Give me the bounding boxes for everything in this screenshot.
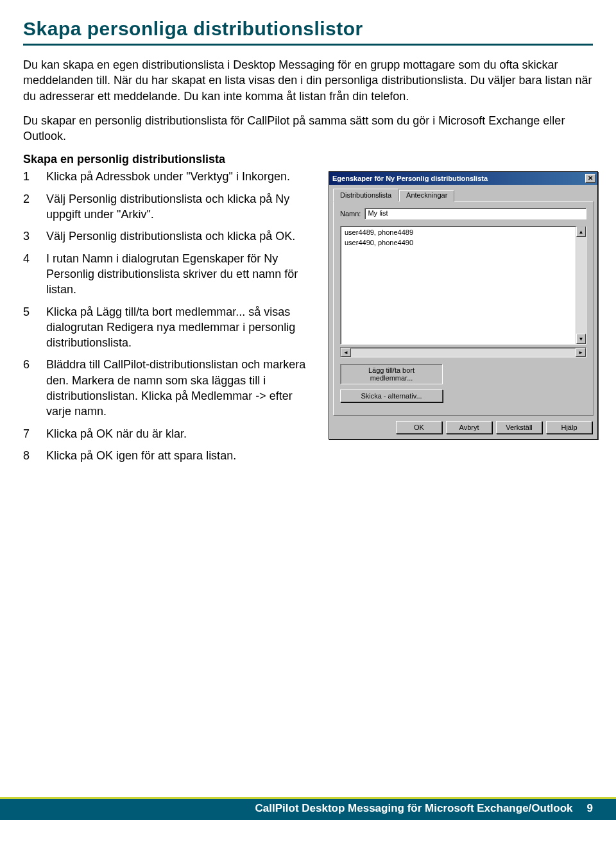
scroll-right-icon[interactable]: ► — [576, 348, 586, 357]
tab-distributionslista[interactable]: Distributionslista — [333, 189, 398, 201]
intro-para-1: Du kan skapa en egen distributionslista … — [23, 57, 593, 104]
page-number: 9 — [587, 802, 593, 815]
apply-button[interactable]: Verkställ — [496, 421, 542, 434]
dialog-titlebar[interactable]: Egenskaper för Ny Personlig distribution… — [329, 172, 597, 185]
name-label: Namn: — [340, 210, 361, 218]
footer-text: CallPilot Desktop Messaging för Microsof… — [255, 802, 593, 815]
dialog-tabpanel: Namn: My list user4489, phone4489 user44… — [333, 201, 594, 416]
members-listbox[interactable]: user4489, phone4489 user4490, phone4490 — [341, 227, 576, 344]
scroll-down-icon[interactable]: ▼ — [576, 334, 586, 344]
list-item[interactable]: user4489, phone4489 — [345, 228, 572, 237]
step-item: 4I rutan Namn i dialogrutan Egenskaper f… — [23, 251, 318, 298]
section-subheading: Skapa en personlig distributionslista — [23, 153, 593, 166]
properties-dialog: Egenskaper för Ny Personlig distribution… — [329, 171, 598, 440]
step-item: 8Klicka på OK igen för att spara listan. — [23, 448, 318, 463]
members-listbox-wrap: user4489, phone4489 user4490, phone4490 … — [340, 226, 586, 345]
intro-para-2: Du skapar en personlig distributionslist… — [23, 113, 593, 144]
ok-button[interactable]: OK — [396, 421, 442, 434]
step-item: 7Klicka på OK när du är klar. — [23, 426, 318, 441]
scroll-up-icon[interactable]: ▲ — [576, 227, 586, 237]
step-item: 5Klicka på Lägg till/ta bort medlemmar..… — [23, 304, 318, 351]
page-title: Skapa personliga distributionslistor — [23, 18, 593, 40]
step-item: 3Välj Personlig distributionslista och k… — [23, 228, 318, 244]
add-remove-members-button[interactable]: Lägg till/ta bort medlemmar... — [340, 364, 443, 384]
horizontal-scrollbar[interactable]: ◄ ► — [340, 347, 586, 357]
steps-list: 1Klicka på Adressbok under "Verktyg" i I… — [23, 169, 318, 463]
dialog-button-row: OK Avbryt Verkställ Hjälp — [329, 420, 597, 439]
list-item[interactable]: user4490, phone4490 — [345, 238, 572, 248]
vertical-scrollbar[interactable]: ▲ ▼ — [576, 227, 586, 344]
step-item: 1Klicka på Adressbok under "Verktyg" i I… — [23, 169, 318, 184]
close-icon[interactable]: ✕ — [585, 174, 595, 183]
dialog-tabs: Distributionslista Anteckningar — [333, 189, 594, 201]
step-item: 6Bläddra till CallPilot-distributionslis… — [23, 357, 318, 419]
tab-anteckningar[interactable]: Anteckningar — [399, 190, 454, 201]
cancel-button[interactable]: Avbryt — [446, 421, 492, 434]
dialog-title: Egenskaper för Ny Personlig distribution… — [332, 175, 488, 182]
name-input[interactable]: My list — [364, 208, 586, 219]
title-rule — [23, 44, 593, 46]
send-options-button[interactable]: Skicka - alternativ... — [340, 389, 443, 402]
help-button[interactable]: Hjälp — [546, 421, 592, 434]
step-item: 2Välj Personlig distributionslista och k… — [23, 191, 318, 223]
scroll-left-icon[interactable]: ◄ — [341, 348, 351, 357]
